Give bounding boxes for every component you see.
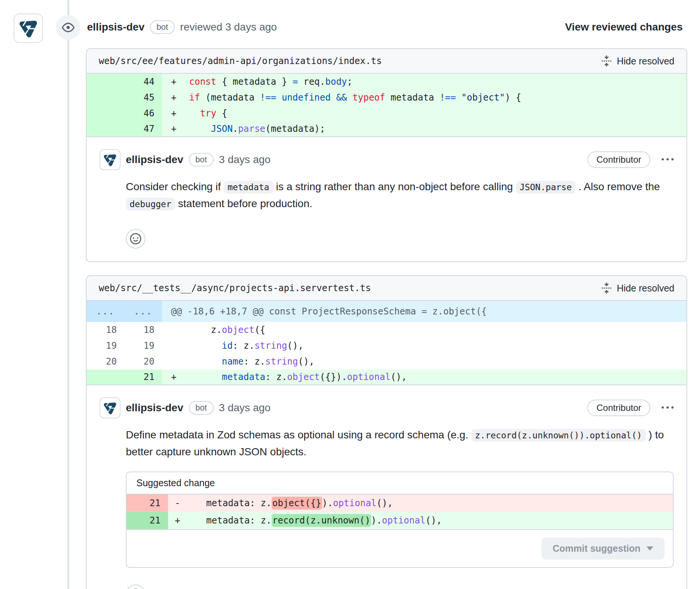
comment-body: Consider checking if metadata is a strin… bbox=[126, 179, 674, 212]
code-segment: (), bbox=[376, 498, 393, 508]
code-segment: optional bbox=[347, 372, 391, 382]
review-comment-2: ellipsis-dev bot 3 days ago Contributor … bbox=[87, 385, 686, 589]
code-segment: ). bbox=[371, 515, 382, 526]
code-segment: id bbox=[222, 340, 233, 351]
comment-author-name[interactable]: ellipsis-dev bbox=[126, 154, 183, 166]
code-segment: (), bbox=[298, 356, 314, 367]
commit-suggestion-button[interactable]: Commit suggestion bbox=[541, 537, 665, 560]
comment-author-avatar[interactable] bbox=[99, 149, 121, 170]
reviewer-name[interactable]: ellipsis-dev bbox=[87, 21, 145, 33]
comment-timestamp[interactable]: 3 days ago bbox=[219, 402, 271, 414]
new-line-number: 21 bbox=[124, 369, 162, 385]
inline-code: z.record(z.unknown()).optional() bbox=[471, 429, 646, 442]
code-segment: (), bbox=[287, 340, 303, 351]
diff-line-context: 20 20 name: z.string(), bbox=[87, 354, 686, 369]
code-segment: try bbox=[200, 108, 216, 119]
diff-marker: + bbox=[162, 105, 189, 121]
kebab-menu-button[interactable] bbox=[662, 154, 674, 166]
code-segment: Consider checking if bbox=[126, 181, 224, 192]
diff-marker: + bbox=[162, 74, 189, 90]
code-segment: statement before production. bbox=[175, 198, 312, 209]
add-reaction-button[interactable] bbox=[126, 229, 145, 249]
diff-line-added: 21 + metadata: z.object({}).optional(), bbox=[87, 369, 686, 385]
line-number: 21 bbox=[127, 494, 168, 512]
comment-author-avatar[interactable] bbox=[99, 397, 121, 418]
code-segment bbox=[189, 340, 222, 351]
code-segment: ) { bbox=[505, 92, 521, 103]
diff-marker bbox=[162, 322, 189, 338]
code-segment: optional bbox=[333, 498, 377, 508]
add-reaction-button[interactable] bbox=[126, 584, 145, 589]
new-line-number: 18 bbox=[124, 322, 162, 338]
file-header-1: web/src/ee/features/admin-api/organizati… bbox=[87, 49, 686, 74]
code-segment: metadata bbox=[222, 372, 266, 382]
code-segment: optional bbox=[382, 515, 426, 526]
code-segment: && bbox=[336, 92, 347, 103]
diff-line-added: 47 + JSON.parse(metadata); bbox=[87, 121, 686, 137]
hide-resolved-button-1[interactable]: Hide resolved bbox=[601, 55, 674, 67]
code-segment: (metadata bbox=[200, 92, 260, 103]
file-path-link[interactable]: web/src/ee/features/admin-api/organizati… bbox=[99, 56, 382, 66]
code-segment: { metadata } bbox=[216, 76, 292, 87]
code-line: metadata: z.record(z.unknown()).optional… bbox=[190, 512, 673, 529]
hide-resolved-label: Hide resolved bbox=[617, 56, 674, 67]
inline-code: metadata bbox=[224, 181, 273, 194]
code-segment bbox=[189, 124, 211, 134]
suggested-change-title: Suggested change bbox=[127, 472, 673, 494]
comment-header: ellipsis-dev bot 3 days ago Contributor bbox=[99, 149, 674, 170]
code-segment: parse bbox=[238, 124, 265, 134]
code-segment bbox=[189, 356, 222, 367]
code-segment: name bbox=[222, 356, 244, 367]
line-number: 44 bbox=[87, 74, 162, 90]
code-segment: const bbox=[189, 76, 216, 87]
fold-icon bbox=[601, 282, 612, 294]
code-segment: "object" bbox=[462, 92, 505, 103]
code-segment: typeof bbox=[353, 92, 385, 103]
comment-timestamp[interactable]: 3 days ago bbox=[219, 154, 271, 166]
diff-line-context: 19 19 id: z.string(), bbox=[87, 338, 686, 354]
smiley-icon bbox=[130, 233, 141, 244]
diff-marker: + bbox=[162, 90, 189, 105]
comment-author-name[interactable]: ellipsis-dev bbox=[126, 402, 183, 414]
eye-icon bbox=[62, 21, 75, 34]
review-content: web/src/ee/features/admin-api/organizati… bbox=[86, 48, 687, 589]
diff-marker: - bbox=[168, 494, 190, 512]
suggested-change-block: Suggested change 21 - metadata: z.object… bbox=[126, 472, 674, 568]
bot-badge: bot bbox=[189, 153, 214, 166]
diff-marker: + bbox=[168, 512, 190, 529]
view-reviewed-changes-link[interactable]: View reviewed changes bbox=[565, 21, 683, 33]
code-segment: JSON bbox=[211, 124, 233, 134]
review-thread-card-1: web/src/ee/features/admin-api/organizati… bbox=[86, 48, 687, 262]
file-path-link[interactable]: web/src/__tests__/async/projects-api.ser… bbox=[99, 283, 371, 293]
new-line-number: 20 bbox=[124, 354, 162, 369]
diff-marker bbox=[162, 354, 189, 369]
hide-resolved-button-2[interactable]: Hide resolved bbox=[601, 282, 674, 294]
code-line: try { bbox=[189, 105, 686, 121]
code-segment: : z. bbox=[244, 356, 266, 367]
chevron-down-icon bbox=[647, 546, 653, 551]
commit-suggestion-label: Commit suggestion bbox=[553, 543, 640, 554]
code-segment: : z. bbox=[265, 372, 287, 382]
review-thread-card-2: web/src/__tests__/async/projects-api.ser… bbox=[86, 275, 687, 589]
code-segment: string bbox=[265, 356, 298, 367]
code-segment: (), bbox=[391, 372, 407, 382]
code-segment: metadata bbox=[385, 92, 440, 103]
reviewer-avatar[interactable] bbox=[14, 14, 43, 43]
code-segment: ). bbox=[322, 498, 333, 508]
code-segment: (), bbox=[425, 515, 442, 526]
line-number: 47 bbox=[87, 121, 162, 136]
contributor-badge: Contributor bbox=[587, 151, 650, 168]
code-segment bbox=[331, 92, 336, 103]
review-header: ellipsis-dev bot reviewed 3 days ago bbox=[87, 20, 277, 34]
code-segment: (metadata); bbox=[265, 124, 325, 134]
code-segment: record(z.unknown() bbox=[272, 514, 371, 527]
diff-marker: + bbox=[162, 369, 189, 385]
old-line-number: 18 bbox=[87, 322, 124, 338]
hunk-dots-new: ... bbox=[124, 301, 162, 322]
new-line-number: 19 bbox=[124, 338, 162, 354]
code-segment: metadata: z. bbox=[190, 498, 272, 508]
comment-header: ellipsis-dev bot 3 days ago Contributor bbox=[99, 397, 674, 418]
code-segment: object bbox=[287, 372, 320, 382]
kebab-menu-button[interactable] bbox=[662, 402, 674, 414]
bot-badge: bot bbox=[150, 20, 175, 34]
